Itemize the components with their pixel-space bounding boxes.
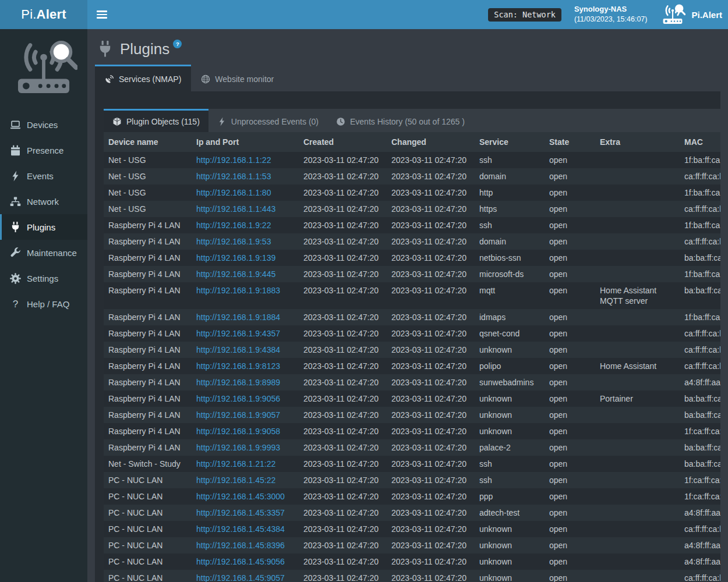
ip-port-link[interactable]: http://192.168.1.45:8396 <box>196 541 285 550</box>
ip-port-link[interactable]: http://192.168.1.21:22 <box>196 459 275 469</box>
brand-logo[interactable]: Pi.Alert <box>0 0 87 29</box>
ip-port-link[interactable]: http://192.168.1.9:22 <box>196 221 271 230</box>
column-header: State <box>545 132 595 152</box>
host-name: Synology-NAS <box>574 4 648 15</box>
sidebar-item-events[interactable]: Events <box>0 163 87 189</box>
cell-mac: a4:8f:ff:aa:ba:1f <box>680 553 720 570</box>
cell-url: http://192.168.1.9:4384 <box>192 342 299 358</box>
ip-port-link[interactable]: http://192.168.1.9:9056 <box>196 394 280 403</box>
cell-extra: Home Assistant <box>595 358 680 374</box>
sidebar-item-label: Plugins <box>27 222 55 232</box>
cell-state: open <box>545 233 595 250</box>
ip-port-link[interactable]: http://192.168.1.1:53 <box>196 172 271 181</box>
ip-port-link[interactable]: http://192.168.1.9:9057 <box>196 410 280 420</box>
cell-device: Raspberry Pi 4 LAN <box>104 233 192 250</box>
page-title: Plugins <box>120 40 169 58</box>
globe-icon <box>201 74 210 84</box>
cell-device: Net - USG <box>104 184 192 201</box>
cell-service: unknown <box>475 391 545 407</box>
tab-services-nmap[interactable]: Services (NMAP) <box>95 65 191 91</box>
sidebar-item-settings[interactable]: Settings <box>0 265 87 291</box>
ip-port-link[interactable]: http://192.168.1.9:4357 <box>196 329 280 338</box>
cell-service: ppp <box>475 488 545 505</box>
cell-created: 2023-03-11 02:47:20 <box>299 570 387 582</box>
tab-plugin-objects[interactable]: Plugin Objects (115) <box>104 109 208 132</box>
cell-mac: ca:ff:ff:ca:ba:6d <box>680 201 720 217</box>
tab-website-monitor[interactable]: Website monitor <box>191 65 284 91</box>
cell-changed: 2023-03-11 02:47:20 <box>387 282 475 309</box>
table-row: Raspberry Pi 4 LANhttp://192.168.1.9:532… <box>104 233 720 250</box>
help-badge[interactable]: ? <box>173 40 182 48</box>
ip-port-link[interactable]: http://192.168.1.9:8989 <box>196 378 280 387</box>
ip-port-link[interactable]: http://192.168.1.1:22 <box>196 155 271 165</box>
cell-created: 2023-03-11 02:47:20 <box>299 358 387 374</box>
ip-port-link[interactable]: http://192.168.1.9:1883 <box>196 286 280 295</box>
cell-extra <box>595 423 680 439</box>
sidebar-item-plugins[interactable]: Plugins <box>0 214 87 240</box>
tab-unprocessed-events[interactable]: Unprocessed Events (0) <box>208 109 327 132</box>
column-header: Extra <box>595 132 680 152</box>
cell-created: 2023-03-11 02:47:20 <box>299 250 387 266</box>
bolt-icon <box>10 171 21 182</box>
ip-port-link[interactable]: http://192.168.1.45:4384 <box>196 524 285 534</box>
dish-icon <box>105 74 114 84</box>
cell-changed: 2023-03-11 02:47:20 <box>387 184 475 201</box>
cell-mac: ba:ba:ff:ca:ba:0c <box>680 439 720 456</box>
ip-port-link[interactable]: http://192.168.1.45:9056 <box>196 557 285 566</box>
table-row: PC - NUC LANhttp://192.168.1.45:43842023… <box>104 521 720 537</box>
table-row: Raspberry Pi 4 LANhttp://192.168.1.9:435… <box>104 325 720 342</box>
cell-changed: 2023-03-11 02:47:20 <box>387 374 475 391</box>
table-row: Net - Switch - Studyhttp://192.168.1.21:… <box>104 456 720 472</box>
cell-device: PC - NUC LAN <box>104 472 192 488</box>
ip-port-link[interactable]: http://192.168.1.9:445 <box>196 269 275 279</box>
sidebar-item-presence[interactable]: Presence <box>0 137 87 163</box>
cell-device: Net - Switch - Study <box>104 456 192 472</box>
sidebar-item-maintenance[interactable]: Maintenance <box>0 240 87 265</box>
sidebar-toggle-icon[interactable] <box>97 10 107 19</box>
cell-mac: 1f:ba:ff:ca:ba:34 <box>680 217 720 233</box>
cell-device: Raspberry Pi 4 LAN <box>104 374 192 391</box>
ip-port-link[interactable]: http://192.168.1.1:80 <box>196 188 271 197</box>
cell-extra <box>595 152 680 168</box>
cell-extra <box>595 309 680 325</box>
sidebar-item-help[interactable]: ?Help / FAQ <box>0 291 87 317</box>
ip-port-link[interactable]: http://192.168.1.45:9057 <box>196 573 285 582</box>
ip-port-link[interactable]: http://192.168.1.45:22 <box>196 475 275 485</box>
cell-changed: 2023-03-11 02:47:20 <box>387 407 475 423</box>
tab-label: Plugin Objects (115) <box>126 117 200 126</box>
sidebar-item-network[interactable]: Network <box>0 189 87 214</box>
sidebar-item-label: Settings <box>27 274 58 283</box>
ip-port-link[interactable]: http://192.168.1.9:4384 <box>196 345 280 354</box>
cell-mac: a4:8f:ff:aa:ba:1f <box>680 537 720 553</box>
ip-port-link[interactable]: http://192.168.1.9:53 <box>196 237 271 246</box>
tab-events-history[interactable]: Events History (50 out of 1265 ) <box>327 109 473 132</box>
cell-state: open <box>545 488 595 505</box>
cell-device: Raspberry Pi 4 LAN <box>104 342 192 358</box>
column-header: Created <box>299 132 387 152</box>
table-row: Raspberry Pi 4 LANhttp://192.168.1.9:222… <box>104 217 720 233</box>
cell-device: Raspberry Pi 4 LAN <box>104 309 192 325</box>
ip-port-link[interactable]: http://192.168.1.9:8123 <box>196 361 280 371</box>
cell-extra <box>595 325 680 342</box>
cell-state: open <box>545 282 595 309</box>
ip-port-link[interactable]: http://192.168.1.9:9993 <box>196 443 280 452</box>
ip-port-link[interactable]: http://192.168.1.9:1884 <box>196 313 280 322</box>
cell-mac: 1f:ba:ff:ca:ba:34 <box>680 152 720 168</box>
ip-port-link[interactable]: http://192.168.1.1:443 <box>196 204 275 214</box>
ip-port-link[interactable]: http://192.168.1.9:139 <box>196 253 275 262</box>
ip-port-link[interactable]: http://192.168.1.45:3000 <box>196 492 285 501</box>
tab-label: Website monitor <box>215 74 274 84</box>
cell-device: Net - USG <box>104 168 192 184</box>
ip-port-link[interactable]: http://192.168.1.45:3357 <box>196 508 285 517</box>
navbar-right: Scan: Network Synology-NAS (11/03/2023, … <box>488 3 728 26</box>
table-row: Net - USGhttp://192.168.1.1:4432023-03-1… <box>104 201 720 217</box>
plugin-tabs: Services (NMAP)Website monitor <box>95 65 720 91</box>
cell-service: microsoft-ds <box>475 266 545 282</box>
sidebar-item-devices[interactable]: Devices <box>0 112 87 137</box>
bolt-icon <box>217 117 227 126</box>
clock-icon <box>336 117 345 126</box>
cell-extra <box>595 456 680 472</box>
table-row: Raspberry Pi 4 LANhttp://192.168.1.9:905… <box>104 423 720 439</box>
ip-port-link[interactable]: http://192.168.1.9:9058 <box>196 427 280 436</box>
table-row: Raspberry Pi 4 LANhttp://192.168.1.9:139… <box>104 250 720 266</box>
